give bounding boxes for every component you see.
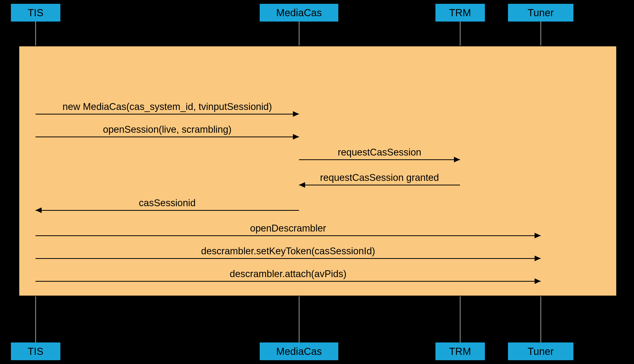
message-label-7: descrambler.attach(avPids) <box>230 269 346 279</box>
message-arrowhead-5 <box>535 233 541 238</box>
message-arrowhead-2 <box>454 157 460 162</box>
message-label-3: requestCasSession granted <box>320 172 439 183</box>
message-arrow-4 <box>36 210 299 211</box>
message-arrowhead-1 <box>293 134 299 140</box>
participant-trm-bottom: TRM <box>435 342 485 360</box>
participant-tis-top: TIS <box>11 4 60 22</box>
message-arrow-0 <box>36 114 299 114</box>
message-arrow-5 <box>36 235 541 236</box>
participant-mediacas-top: MediaCas <box>260 4 338 22</box>
message-arrowhead-6 <box>535 256 541 261</box>
message-arrowhead-7 <box>535 278 541 284</box>
participant-trm-top: TRM <box>435 4 485 22</box>
message-label-0: new MediaCas(cas_system_id, tvinputSessi… <box>63 101 272 112</box>
message-arrowhead-4 <box>36 207 42 213</box>
message-label-5: openDescrambler <box>250 223 326 234</box>
message-arrow-1 <box>36 137 299 137</box>
message-label-1: openSession(live, scrambling) <box>103 124 232 135</box>
message-label-6: descrambler.setKeyToken(casSessionId) <box>201 246 375 257</box>
participant-tuner-top: Tuner <box>508 4 573 22</box>
message-arrow-6 <box>36 258 541 259</box>
message-arrow-7 <box>36 281 541 282</box>
message-arrow-3 <box>299 185 460 185</box>
message-arrowhead-3 <box>299 182 305 188</box>
message-arrow-2 <box>299 159 460 160</box>
participant-tis-bottom: TIS <box>11 342 60 360</box>
participant-mediacas-bottom: MediaCas <box>260 342 338 360</box>
participant-tuner-bottom: Tuner <box>508 342 573 360</box>
message-label-2: requestCasSession <box>338 147 421 158</box>
alternative-fragment <box>19 46 617 296</box>
message-arrowhead-0 <box>293 111 299 117</box>
message-label-4: casSessionid <box>139 198 196 208</box>
